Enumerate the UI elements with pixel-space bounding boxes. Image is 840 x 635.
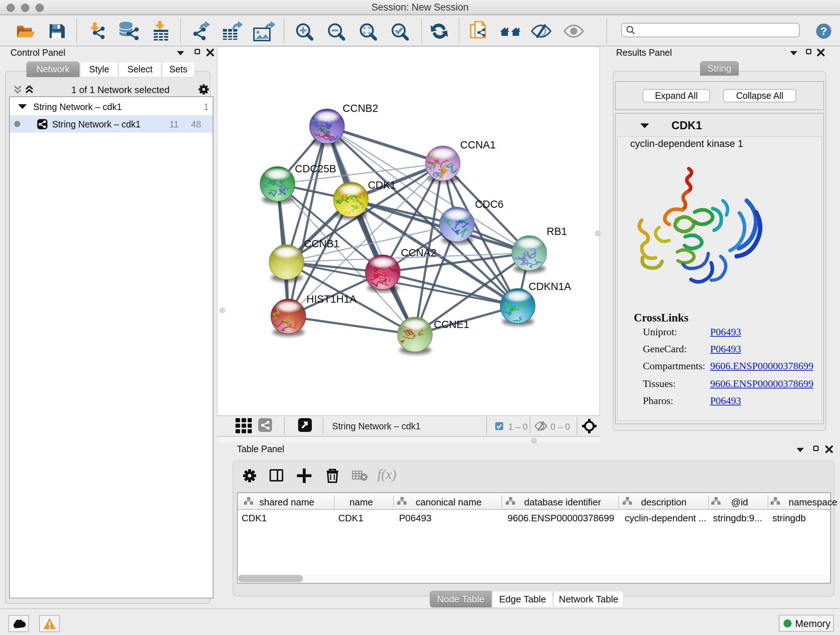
svg-text:CCNB1: CCNB1 [304,238,339,249]
svg-text:CDKN1A: CDKN1A [529,280,571,292]
svg-text:CDK1: CDK1 [368,179,396,191]
svg-text:CCNA2: CCNA2 [401,247,436,258]
svg-text:CDC6: CDC6 [475,198,504,210]
svg-text:CDC25B: CDC25B [295,163,336,174]
svg-text:CCNE1: CCNE1 [434,318,469,330]
svg-text:RB1: RB1 [546,226,567,237]
svg-text:CCNB2: CCNB2 [343,103,378,114]
svg-text:HIST1H1A: HIST1H1A [306,293,357,305]
svg-text:CCNA1: CCNA1 [460,139,496,150]
